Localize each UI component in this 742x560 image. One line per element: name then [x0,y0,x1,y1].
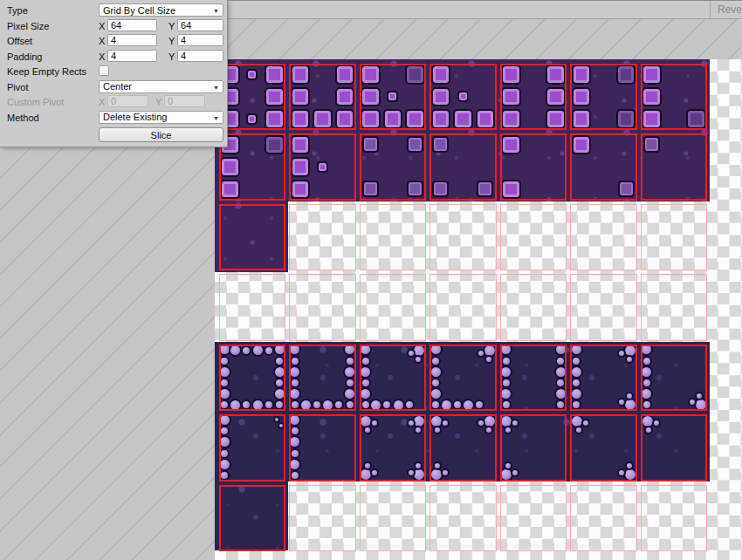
custom-pivot-y-input [164,95,205,107]
sprite-rect[interactable] [219,345,286,412]
empty-sprite-rect[interactable] [429,485,497,552]
sprite-rect[interactable] [570,414,637,481]
type-dropdown[interactable]: Grid By Cell Size ▼ [99,3,223,17]
pixel-size-y-input[interactable] [177,19,223,31]
empty-sprite-rect[interactable] [641,204,708,271]
y-axis-label: Y [168,51,175,62]
slice-panel: Type Grid By Cell Size ▼ Pixel Size X Y … [0,0,228,147]
custom-pivot-x-input [107,95,148,107]
type-row: Type Grid By Cell Size ▼ [0,3,227,17]
empty-sprite-rect[interactable] [570,204,637,271]
x-axis-label: X [99,51,105,62]
empty-sprite-rect[interactable] [360,204,427,271]
x-axis-label: X [99,97,105,107]
type-value: Grid By Cell Size [103,5,175,16]
sprite-rect[interactable] [360,133,427,201]
empty-sprite-rect[interactable] [429,274,497,341]
sprite-rect[interactable] [641,133,708,201]
empty-sprite-rect[interactable] [500,274,567,341]
y-axis-label: Y [168,21,175,31]
sprite-rect[interactable] [500,345,567,412]
offset-x-input[interactable] [107,34,157,46]
empty-sprite-rect[interactable] [289,485,356,552]
slice-button[interactable]: Slice [99,127,223,142]
pixel-size-label: Pixel Size [7,21,49,31]
method-dropdown[interactable]: Delete Existing ▼ [99,111,223,124]
empty-sprite-rect[interactable] [500,204,567,271]
empty-sprite-rect[interactable] [429,204,497,271]
empty-sprite-rect[interactable] [219,274,286,341]
sprite-rect[interactable] [429,345,497,412]
offset-y-input[interactable] [177,34,223,46]
method-row: Method Delete Existing ▼ [0,111,227,124]
sprite-rect[interactable] [289,64,356,131]
sprite-rect[interactable] [641,64,708,131]
chevron-down-icon: ▼ [213,115,219,121]
sprite-rect[interactable] [429,133,497,201]
keep-empty-rects-row: Keep Empty Rects [0,65,227,78]
sprite-rect[interactable] [219,133,286,201]
sprite-rect[interactable] [360,345,427,412]
sprite-rect[interactable] [570,133,637,201]
sprite-rect[interactable] [289,414,356,481]
x-axis-label: X [99,21,105,31]
sprite-rect[interactable] [500,133,567,201]
sprite-rect[interactable] [641,345,708,412]
custom-pivot-label: Custom Pivot [7,97,64,107]
padding-x-input[interactable] [107,50,157,62]
sprite-rect[interactable] [570,345,637,412]
empty-sprite-rect[interactable] [289,274,356,341]
method-label: Method [7,113,39,123]
custom-pivot-row: Custom Pivot X Y [0,95,227,108]
pixel-size-x-input[interactable] [107,19,157,31]
sprite-rect[interactable] [219,414,286,481]
x-axis-label: X [99,36,105,46]
padding-row: Padding X Y [0,50,227,63]
empty-sprite-rect[interactable] [570,274,637,341]
empty-sprite-rect[interactable] [360,274,427,341]
keep-empty-rects-label: Keep Empty Rects [7,66,86,77]
chevron-down-icon: ▼ [213,85,219,91]
empty-sprite-rect[interactable] [641,485,708,552]
empty-sprite-rect[interactable] [360,485,427,552]
empty-sprite-rect[interactable] [570,485,637,552]
sprite-rect[interactable] [219,64,286,131]
type-label: Type [7,5,28,16]
padding-y-input[interactable] [177,50,223,62]
empty-sprite-rect[interactable] [500,485,567,552]
sprite-rect[interactable] [500,414,567,481]
chevron-down-icon: ▼ [213,8,219,14]
y-axis-label: Y [155,97,161,107]
sprite-rect[interactable] [570,64,637,131]
sprite-rect[interactable] [360,414,427,481]
sprite-rect[interactable] [500,64,567,131]
sprite-rect[interactable] [360,64,427,131]
sprite-rect[interactable] [429,64,497,131]
padding-label: Padding [7,51,42,62]
pivot-row: Pivot Center ▼ [0,80,227,93]
sprite-rect[interactable] [219,204,286,271]
empty-sprite-rect[interactable] [641,274,708,341]
sprite-rect[interactable] [429,414,497,481]
keep-empty-rects-checkbox[interactable] [99,65,109,76]
empty-sprite-rect[interactable] [289,204,356,271]
pivot-dropdown[interactable]: Center ▼ [99,80,223,93]
sprite-rect[interactable] [641,414,708,481]
y-axis-label: Y [168,36,175,46]
sprite-rect[interactable] [289,133,356,201]
sprite-rect[interactable] [219,485,286,552]
sprite-rect[interactable] [289,345,356,412]
revert-button[interactable]: Rever [710,1,742,18]
sprite-editor-window: Slice ▾ Trim Rever Type Grid By Cell Siz… [0,0,742,560]
offset-row: Offset X Y [0,34,227,47]
offset-label: Offset [7,36,32,46]
pixel-size-row: Pixel Size X Y [0,19,227,32]
pivot-value: Center [103,81,132,92]
pivot-label: Pivot [7,82,28,92]
method-value: Delete Existing [103,112,167,122]
